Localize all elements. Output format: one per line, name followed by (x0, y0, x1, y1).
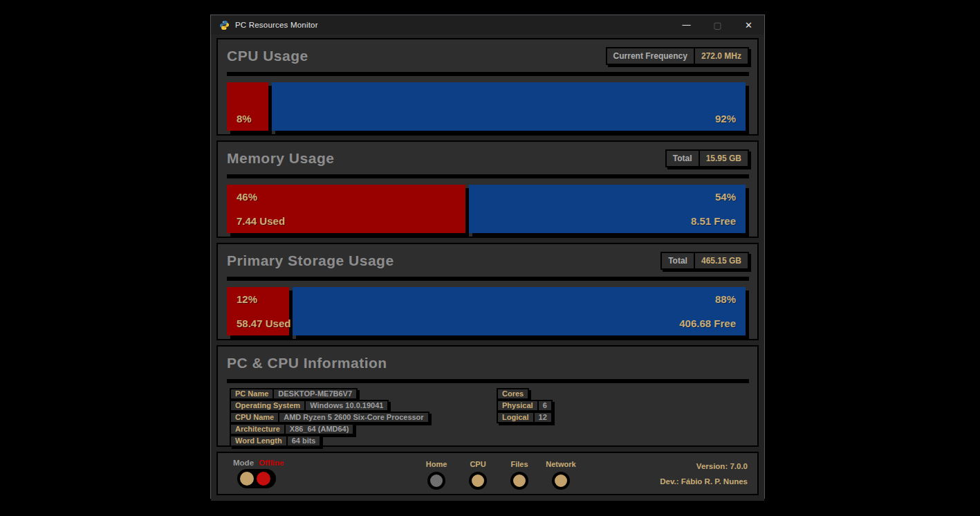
cpu-usage-bar: 8% 92% (227, 82, 746, 131)
window-title: PC Resources Monitor (235, 21, 318, 29)
memory-used-bar: 46% 7.44 Used (227, 185, 465, 233)
title-bar: PC Resources Monitor — ▢ ✕ (211, 15, 764, 35)
maximize-button[interactable]: ▢ (702, 15, 733, 35)
mode-block: Mode Offline (233, 459, 284, 488)
storage-used-percent: 12% (237, 293, 257, 305)
cpu-frequency-stat: Current Frequency 272.0 MHz (606, 47, 749, 65)
memory-used-percent: 46% (237, 191, 257, 203)
cpu-used-percent: 8% (237, 113, 252, 125)
storage-free-bar: 88% 406.68 Free (293, 287, 746, 335)
cores-column: Cores Physical 6 Logical 12 (497, 388, 553, 423)
storage-total-label: Total (660, 252, 695, 270)
storage-free-percent: 88% (715, 293, 736, 305)
nav-buttons: Home CPU Files Network (420, 460, 577, 490)
nav-label-files: Files (510, 460, 528, 468)
nav-label-network: Network (546, 460, 575, 468)
storage-total-value: 465.15 GB (694, 252, 749, 270)
memory-free-detail: 8.51 Free (691, 215, 736, 227)
storage-free-detail: 406.68 Free (679, 317, 736, 329)
info-value: 64 bits (286, 435, 322, 447)
memory-section-title: Memory Usage (227, 150, 334, 167)
section-divider (227, 72, 749, 76)
cpu-free-percent: 92% (715, 113, 736, 125)
memory-used-detail: 7.44 Used (237, 215, 285, 227)
memory-free-bar: 54% 8.51 Free (469, 185, 746, 233)
cpu-usage-section: CPU Usage Current Frequency 272.0 MHz 8%… (216, 38, 759, 136)
cpu-used-bar: 8% (227, 82, 268, 131)
storage-used-bar: 12% 58.47 Used (227, 287, 289, 335)
python-icon (219, 20, 230, 30)
info-row-os: Operating System Windows 10.0.19041 (230, 400, 389, 412)
desktop-background: PC Resources Monitor — ▢ ✕ CPU Usage Cur… (0, 0, 980, 516)
memory-total-label: Total (665, 149, 700, 167)
info-label: Physical (497, 400, 539, 412)
files-button[interactable] (510, 472, 528, 490)
info-label: Logical (497, 412, 535, 423)
memory-usage-section: Memory Usage Total 15.95 GB 46% 7.44 Use… (216, 140, 759, 238)
memory-free-percent: 54% (715, 191, 736, 203)
storage-usage-bar: 12% 58.47 Used 88% 406.68 Free (227, 287, 746, 335)
memory-total-value: 15.95 GB (699, 149, 749, 167)
cpu-button[interactable] (469, 472, 487, 490)
info-row-cpu-name: CPU Name AMD Ryzen 5 2600 Six-Core Proce… (230, 412, 429, 423)
nav-label-cpu: CPU (470, 460, 486, 468)
developer-text: Dev.: Fábio R. P. Nunes (660, 477, 748, 486)
info-label: PC Name (230, 388, 274, 400)
info-value: AMD Ryzen 5 2600 Six-Core Processor (278, 412, 429, 423)
app-window: PC Resources Monitor — ▢ ✕ CPU Usage Cur… (210, 15, 765, 499)
nav-item-network: Network (545, 460, 577, 490)
close-button[interactable]: ✕ (733, 15, 764, 35)
window-controls: — ▢ ✕ (671, 15, 764, 35)
cpu-free-bar: 92% (272, 82, 746, 131)
footer-section: Mode Offline Home (216, 452, 759, 495)
info-value: Windows 10.0.19041 (304, 400, 389, 412)
info-label: Word Length (230, 435, 288, 447)
cpu-frequency-label: Current Frequency (606, 47, 695, 65)
cores-row-physical: Physical 6 (497, 400, 553, 412)
info-value: DESKTOP-ME7B6V7 (272, 388, 358, 400)
mode-status: Offline (259, 459, 284, 467)
network-button[interactable] (552, 472, 570, 490)
info-value: 12 (533, 412, 553, 423)
section-divider (227, 174, 749, 178)
info-value: 6 (537, 400, 553, 412)
storage-section-title: Primary Storage Usage (227, 252, 394, 269)
info-label: Architecture (230, 423, 286, 435)
info-section-title: PC & CPU Information (227, 355, 387, 371)
info-row-architecture: Architecture X86_64 (AMD64) (230, 423, 354, 435)
info-label: CPU Name (230, 412, 279, 423)
info-row-word-length: Word Length 64 bits (230, 435, 321, 447)
info-body: PC Name DESKTOP-ME7B6V7 Operating System… (218, 383, 757, 447)
storage-total-stat: Total 465.15 GB (660, 252, 749, 270)
nav-item-files: Files (503, 460, 535, 490)
mode-toggle (237, 469, 276, 488)
version-block: Version: 7.0.0 Dev.: Fábio R. P. Nunes (660, 459, 748, 492)
info-row-pc-name: PC Name DESKTOP-ME7B6V7 (230, 388, 358, 400)
memory-usage-bar: 46% 7.44 Used 54% 8.51 Free (227, 185, 746, 233)
cores-header: Cores (497, 388, 529, 400)
section-divider (227, 277, 749, 281)
pc-info-section: PC & CPU Information PC Name DESKTOP-ME7… (216, 345, 759, 447)
cores-header-row: Cores (497, 388, 529, 400)
info-value: X86_64 (AMD64) (284, 423, 355, 435)
nav-label-home: Home (426, 460, 447, 468)
main-content: CPU Usage Current Frequency 272.0 MHz 8%… (211, 35, 764, 501)
mode-offline-radio[interactable] (257, 472, 270, 486)
minimize-button[interactable]: — (671, 15, 702, 35)
nav-item-cpu: CPU (462, 460, 494, 490)
nav-item-home: Home (420, 460, 452, 490)
storage-usage-section: Primary Storage Usage Total 465.15 GB 12… (216, 243, 759, 340)
mode-label: Mode (233, 459, 254, 467)
cores-row-logical: Logical 12 (497, 412, 553, 423)
storage-used-detail: 58.47 Used (237, 317, 290, 329)
mode-online-radio[interactable] (240, 472, 254, 486)
version-text: Version: 7.0.0 (660, 462, 748, 470)
home-button[interactable] (427, 472, 445, 490)
cpu-section-title: CPU Usage (227, 48, 308, 64)
cpu-frequency-value: 272.0 MHz (694, 47, 749, 65)
info-label: Operating System (230, 400, 306, 412)
memory-total-stat: Total 15.95 GB (665, 149, 749, 167)
